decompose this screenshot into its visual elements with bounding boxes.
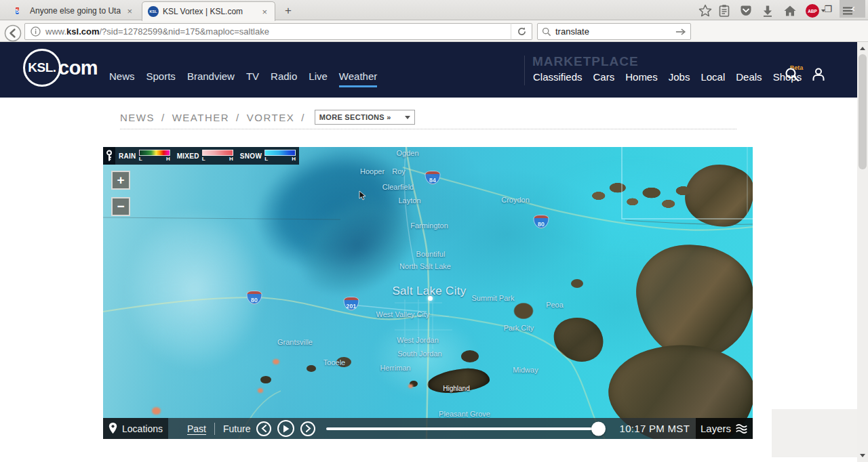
new-tab-button[interactable]: + <box>279 3 297 18</box>
breadcrumb-separator: / <box>161 112 165 123</box>
divider <box>214 423 215 435</box>
dark-terrain-patch <box>410 381 418 387</box>
mk-homes[interactable]: Homes <box>625 71 658 83</box>
nav-live[interactable]: Live <box>309 70 328 86</box>
map-label: Roy <box>392 167 406 175</box>
route-shield-201: 201 <box>344 297 359 310</box>
nav-sports[interactable]: Sports <box>146 70 176 86</box>
divider <box>120 129 736 129</box>
account-icon[interactable] <box>810 66 827 83</box>
page-scrollbar[interactable] <box>857 42 868 462</box>
scroll-down-arrow-icon[interactable] <box>860 454 865 457</box>
scroll-up-arrow-icon[interactable] <box>860 47 865 50</box>
map-label: Grantsville <box>277 338 313 346</box>
map-control-bar: Locations Past Future 10:17 PM MST Layer… <box>103 418 753 439</box>
reload-button[interactable] <box>511 23 532 40</box>
snow-overlay-bright <box>510 147 753 269</box>
breadcrumb-vortex[interactable]: VORTEX <box>247 112 294 123</box>
pocket-icon[interactable] <box>739 4 753 18</box>
nav-weather-active[interactable]: Weather <box>339 70 377 86</box>
roads-overlay <box>103 147 753 439</box>
search-icon <box>542 27 551 37</box>
mixed-gradient-bar <box>202 150 233 156</box>
mixed-precip-dot <box>408 384 413 388</box>
step-back-button[interactable] <box>256 421 271 436</box>
bookmark-star-icon[interactable] <box>698 4 712 18</box>
download-icon[interactable] <box>761 4 774 18</box>
map-label: Hooper <box>360 167 384 175</box>
weather-radar-map[interactable]: 84 80 80 201 Ogden Hooper Roy Clearfield… <box>103 147 753 439</box>
breadcrumb-separator: / <box>236 112 240 123</box>
past-toggle[interactable]: Past <box>187 423 206 434</box>
search-bar[interactable]: translate <box>537 23 691 40</box>
nav-brandview[interactable]: Brandview <box>187 70 235 86</box>
legend-rain: RAIN LH <box>115 147 174 165</box>
locations-button[interactable]: Locations <box>103 418 168 439</box>
close-tab-icon[interactable]: × <box>260 7 269 17</box>
map-label: Layton <box>398 196 420 205</box>
dark-terrain-patch <box>336 357 351 367</box>
time-slider[interactable] <box>326 427 603 430</box>
close-tab-icon[interactable]: × <box>125 6 134 16</box>
terrain-shading <box>103 147 753 439</box>
map-label: Farmington <box>410 222 448 230</box>
play-button[interactable] <box>277 420 294 437</box>
mk-classifieds[interactable]: Classifieds <box>533 71 583 83</box>
home-icon[interactable] <box>783 4 797 18</box>
url-bar[interactable]: www.ksl.com/?sid=12782599&nid=175&maploc… <box>24 23 511 40</box>
site-nav: News Sports Brandview TV Radio Live Weat… <box>109 70 377 86</box>
menu-hamburger-icon[interactable] <box>841 4 854 18</box>
layers-icon <box>735 423 748 434</box>
browser-tab-1[interactable]: 5 Anyone else going to Uta... × <box>9 1 140 20</box>
divider <box>524 56 525 85</box>
map-timestamp: 10:17 PM MST <box>619 423 690 434</box>
page-background-block <box>772 409 857 457</box>
location-marker <box>428 296 433 301</box>
time-slider-thumb[interactable] <box>591 421 606 436</box>
zoom-out-button[interactable]: − <box>111 197 130 216</box>
breadcrumb-weather[interactable]: WEATHER <box>172 112 229 123</box>
breadcrumb-news[interactable]: NEWS <box>120 112 155 123</box>
nav-news[interactable]: News <box>109 70 135 86</box>
future-toggle[interactable]: Future <box>223 423 250 434</box>
mountain-terrain <box>631 237 753 366</box>
map-label: Croydon <box>501 196 530 204</box>
nav-radio[interactable]: Radio <box>271 70 297 86</box>
mk-local[interactable]: Local <box>701 71 725 83</box>
mouse-cursor <box>359 190 366 201</box>
layers-button[interactable]: Layers <box>696 418 753 439</box>
url-text: www.ksl.com/?sid=12782599&nid=175&maploc… <box>45 26 269 37</box>
mixed-precip-dot <box>273 359 279 364</box>
search-go-icon[interactable] <box>675 28 686 36</box>
browser-tab-2-active[interactable]: KSL KSL Vortex | KSL.com × <box>142 1 275 21</box>
more-sections-dropdown[interactable]: MORE SECTIONS » <box>315 110 415 125</box>
map-label: Summit Park <box>472 294 515 302</box>
dark-terrain-patch <box>307 365 316 372</box>
breadcrumb: NEWS / WEATHER / VORTEX / MORE SECTIONS … <box>120 110 415 125</box>
back-button[interactable] <box>4 24 22 42</box>
ksl-logo[interactable]: KSL. com <box>23 49 98 87</box>
mk-cars[interactable]: Cars <box>593 71 615 83</box>
nav-tv[interactable]: TV <box>246 70 259 86</box>
map-label: Park City <box>504 324 534 332</box>
mountain-terrain <box>683 163 753 230</box>
marketplace-title: MARKETPLACE <box>532 54 639 69</box>
chevron-right-icon <box>305 425 311 432</box>
mk-jobs[interactable]: Jobs <box>669 71 690 83</box>
zoom-in-button[interactable]: + <box>111 171 130 190</box>
site-header: KSL. com News Sports Brandview TV Radio … <box>0 42 857 98</box>
chevron-down-icon <box>821 9 825 12</box>
tab-title: KSL Vortex | KSL.com <box>163 7 256 16</box>
bookmarks-clipboard-icon[interactable] <box>717 4 731 18</box>
map-label: Peoa <box>546 301 564 309</box>
mountain-terrain <box>549 313 608 366</box>
step-forward-button[interactable] <box>300 421 315 436</box>
scrollbar-thumb[interactable] <box>859 54 867 169</box>
site-search-icon[interactable] <box>784 66 800 83</box>
adblock-plus-icon[interactable]: ABP <box>806 4 829 18</box>
precip-legend: RAIN LH MIXED LH SNOW LH <box>103 147 299 165</box>
legend-snow: SNOW LH <box>237 147 299 165</box>
mk-deals[interactable]: Deals <box>736 71 762 83</box>
legend-mixed: MIXED LH <box>174 147 237 165</box>
map-label: Herriman <box>380 364 410 372</box>
